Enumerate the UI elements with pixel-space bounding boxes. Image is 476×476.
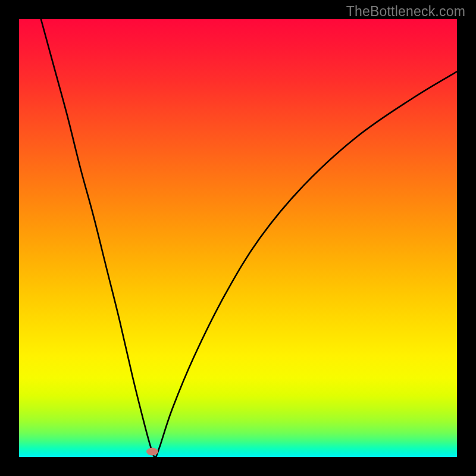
chart-svg [19, 19, 457, 457]
plot-area [19, 19, 457, 457]
chart-frame: TheBottleneck.com [0, 0, 476, 476]
watermark-text: TheBottleneck.com [346, 4, 465, 20]
bottleneck-curve [41, 19, 457, 457]
minimum-marker [146, 448, 158, 456]
